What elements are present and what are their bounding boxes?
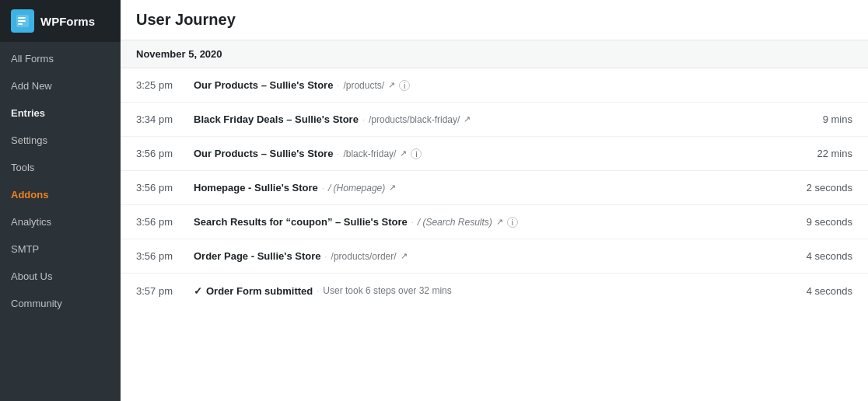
journey-time: 3:56 pm xyxy=(136,182,181,194)
separator: · xyxy=(317,286,319,295)
journey-duration: 9 seconds xyxy=(790,216,852,228)
external-link-icon[interactable]: ↗ xyxy=(388,80,395,90)
svg-rect-1 xyxy=(18,17,26,19)
journey-duration: 9 mins xyxy=(790,113,852,125)
journey-time: 3:57 pm xyxy=(136,285,181,297)
page-title-text: Our Products – Sullie's Store xyxy=(194,79,333,91)
journey-detail: Black Friday Deals – Sullie's Store·/pro… xyxy=(194,113,778,125)
journey-duration: 22 mins xyxy=(790,148,852,159)
detail-line: Search Results for “coupon” – Sullie's S… xyxy=(194,216,518,228)
separator: · xyxy=(337,149,339,159)
url-text: /products/ xyxy=(343,80,384,91)
external-link-icon[interactable]: ↗ xyxy=(496,217,503,227)
external-link-icon[interactable]: ↗ xyxy=(401,251,408,261)
journey-row: 3:25 pmOur Products – Sullie's Store·/pr… xyxy=(121,68,868,103)
url-text: / (Search Results) xyxy=(418,217,492,228)
journey-row: 3:56 pmOur Products – Sullie's Store·/bl… xyxy=(121,137,868,171)
page-title: User Journey xyxy=(136,11,852,29)
external-link-icon[interactable]: ↗ xyxy=(464,114,471,124)
url-text: /products/black-friday/ xyxy=(369,114,460,125)
info-icon[interactable]: i xyxy=(411,148,422,159)
separator: · xyxy=(362,115,365,124)
svg-rect-3 xyxy=(18,23,23,25)
journey-time: 3:25 pm xyxy=(136,79,181,91)
checkmark-icon: ✓ xyxy=(194,285,202,297)
page-title-text: Order Page - Sullie's Store xyxy=(194,250,320,262)
detail-line-1: Black Friday Deals – Sullie's Store·/pro… xyxy=(194,113,460,125)
sidebar-item-smtp[interactable]: SMTP xyxy=(0,235,121,263)
journey-detail: ✓Order Form submitted·User took 6 steps … xyxy=(194,285,778,297)
journey-row: 3:56 pmHomepage - Sullie's Store·/ (Home… xyxy=(121,171,868,205)
journey-duration: 4 seconds xyxy=(790,250,852,262)
sidebar-item-add-new[interactable]: Add New xyxy=(0,72,121,99)
separator: · xyxy=(411,218,414,227)
info-icon[interactable]: i xyxy=(399,80,410,91)
journey-time: 3:56 pm xyxy=(136,250,181,262)
sidebar-navigation: All FormsAdd NewEntriesSettingsToolsAddo… xyxy=(0,42,121,317)
separator: · xyxy=(322,183,324,193)
sidebar-item-about-us[interactable]: About Us xyxy=(0,263,121,290)
journey-row: 3:56 pmSearch Results for “coupon” – Sul… xyxy=(121,205,868,239)
external-link-icon[interactable]: ↗ xyxy=(400,148,407,159)
journey-row: 3:34 pmBlack Friday Deals – Sullie's Sto… xyxy=(121,103,868,137)
journey-detail: Our Products – Sullie's Store·/black-fri… xyxy=(194,148,778,159)
journey-detail: Order Page - Sullie's Store·/products/or… xyxy=(194,250,778,262)
url-text: /black-friday/ xyxy=(343,148,396,159)
page-title-text: Homepage - Sullie's Store xyxy=(194,182,318,194)
wpforms-logo-icon xyxy=(11,9,34,33)
url-text: / (Homepage) xyxy=(328,183,385,194)
submitted-line: ✓Order Form submitted·User took 6 steps … xyxy=(194,285,452,297)
page-title-text: Black Friday Deals – Sullie's Store xyxy=(194,113,359,125)
separator: · xyxy=(337,81,339,90)
journey-detail: Our Products – Sullie's Store·/products/… xyxy=(194,79,778,91)
sidebar: WPForms All FormsAdd NewEntriesSettingsT… xyxy=(0,0,121,401)
journey-time: 3:56 pm xyxy=(136,148,181,159)
detail-line: Order Page - Sullie's Store·/products/or… xyxy=(194,250,408,262)
journey-duration: 4 seconds xyxy=(790,285,852,297)
main-content: User Journey November 5, 2020 3:25 pmOur… xyxy=(121,0,868,401)
journey-row: 3:57 pm✓Order Form submitted·User took 6… xyxy=(121,274,868,308)
detail-line-2: ↗ xyxy=(464,114,471,124)
detail-line: Our Products – Sullie's Store·/products/… xyxy=(194,79,410,91)
detail-line: Our Products – Sullie's Store·/black-fri… xyxy=(194,148,422,159)
date-header: November 5, 2020 xyxy=(121,40,868,68)
sidebar-item-all-forms[interactable]: All Forms xyxy=(0,45,121,72)
url-text: /products/order/ xyxy=(331,251,397,262)
svg-rect-2 xyxy=(18,20,26,22)
journey-row: 3:56 pmOrder Page - Sullie's Store·/prod… xyxy=(121,239,868,274)
page-title-text: Our Products – Sullie's Store xyxy=(194,148,333,159)
journey-time: 3:34 pm xyxy=(136,113,181,125)
sidebar-item-tools[interactable]: Tools xyxy=(0,154,121,181)
sidebar-item-settings[interactable]: Settings xyxy=(0,127,121,154)
detail-line: Homepage - Sullie's Store·/ (Homepage)↗ xyxy=(194,182,396,194)
submitted-title: Order Form submitted xyxy=(206,285,313,297)
info-icon[interactable]: i xyxy=(507,217,518,228)
journey-table: 3:25 pmOur Products – Sullie's Store·/pr… xyxy=(121,68,868,401)
journey-duration: 2 seconds xyxy=(790,182,852,194)
separator: · xyxy=(324,252,327,261)
sidebar-item-analytics[interactable]: Analytics xyxy=(0,208,121,235)
journey-time: 3:56 pm xyxy=(136,216,181,228)
page-header: User Journey xyxy=(121,0,868,40)
page-title-text: Search Results for “coupon” – Sullie's S… xyxy=(194,216,408,228)
journey-detail: Search Results for “coupon” – Sullie's S… xyxy=(194,216,778,228)
sidebar-item-entries[interactable]: Entries xyxy=(0,99,121,127)
steps-note: User took 6 steps over 32 mins xyxy=(323,285,451,296)
external-link-icon[interactable]: ↗ xyxy=(389,183,396,193)
sidebar-logo[interactable]: WPForms xyxy=(0,0,121,42)
sidebar-item-addons[interactable]: Addons xyxy=(0,181,121,208)
sidebar-logo-text: WPForms xyxy=(40,15,95,28)
journey-detail: Homepage - Sullie's Store·/ (Homepage)↗ xyxy=(194,182,778,194)
sidebar-item-community[interactable]: Community xyxy=(0,290,121,317)
